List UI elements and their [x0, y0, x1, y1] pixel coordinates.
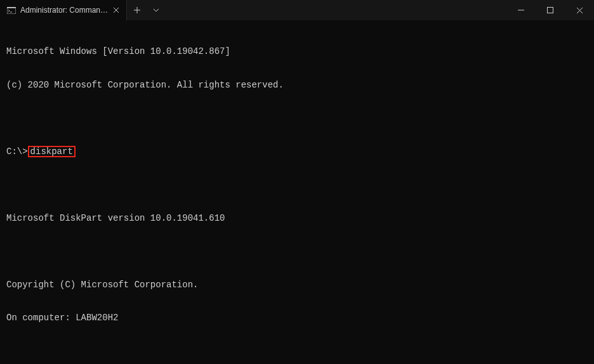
active-tab[interactable]: Administrator: Command Promp — [0, 0, 127, 20]
close-window-button[interactable] — [565, 0, 594, 20]
maximize-button[interactable] — [536, 0, 565, 20]
prompt-text: C:\> — [6, 146, 28, 157]
window-controls — [506, 0, 594, 20]
tab-dropdown-button[interactable] — [147, 0, 165, 20]
minimize-button[interactable] — [506, 0, 536, 20]
command-line: C:\>diskpart — [6, 146, 588, 158]
close-tab-button[interactable] — [111, 5, 121, 15]
titlebar-drag-area[interactable] — [165, 0, 506, 20]
output-line: Copyright (C) Microsoft Corporation. — [6, 280, 588, 291]
terminal-output[interactable]: Microsoft Windows [Version 10.0.19042.86… — [0, 20, 594, 364]
terminal-window: Administrator: Command Promp — [0, 0, 594, 364]
chevron-down-icon — [153, 8, 159, 12]
output-line: Microsoft Windows [Version 10.0.19042.86… — [6, 46, 588, 58]
tab-title: Administrator: Command Promp — [20, 6, 109, 15]
output-line: Microsoft DiskPart version 10.0.19041.61… — [6, 213, 588, 224]
titlebar: Administrator: Command Promp — [0, 0, 594, 20]
svg-rect-8 — [548, 8, 553, 13]
svg-rect-1 — [7, 7, 16, 8]
maximize-icon — [547, 7, 553, 13]
highlighted-command: diskpart — [28, 146, 76, 157]
output-line: On computer: LABW20H2 — [6, 313, 588, 324]
close-icon — [576, 7, 583, 14]
new-tab-button[interactable] — [127, 0, 147, 20]
plus-icon — [133, 6, 141, 14]
output-line: (c) 2020 Microsoft Corporation. All righ… — [6, 80, 588, 91]
minimize-icon — [518, 7, 524, 13]
cmd-icon — [6, 5, 16, 15]
